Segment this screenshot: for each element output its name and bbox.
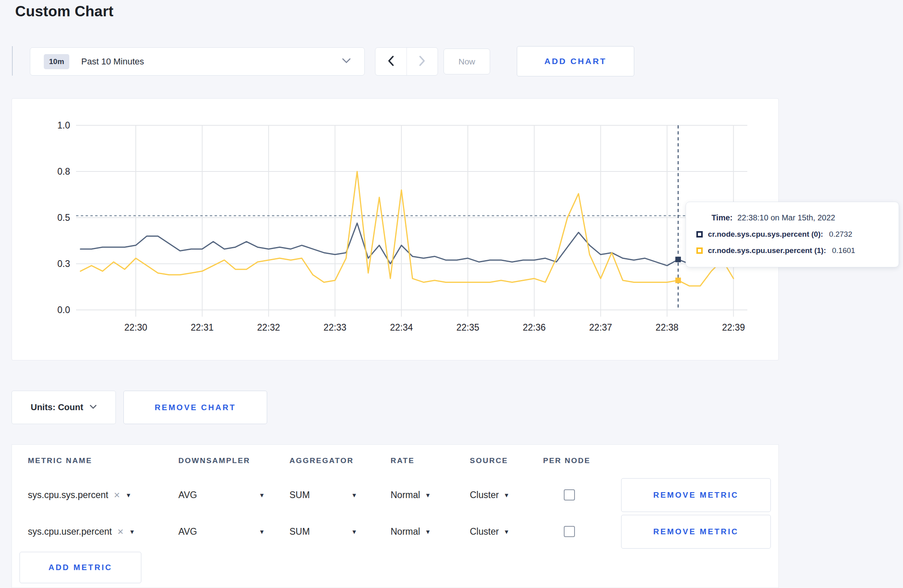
header-per-node: PER NODE [543, 456, 621, 465]
clear-metric-icon[interactable]: × [117, 526, 123, 537]
dropdown-arrow-icon: ▼ [259, 492, 265, 498]
user-series-swatch-icon [696, 247, 703, 254]
svg-text:22:33: 22:33 [324, 322, 347, 333]
svg-text:22:31: 22:31 [191, 322, 214, 333]
svg-text:0.0: 0.0 [57, 305, 70, 315]
next-range-button[interactable] [407, 48, 438, 75]
aggregator-value: SUM [289, 490, 310, 500]
tooltip-series-name: cr.node.sys.cpu.sys.percent (0): [708, 230, 823, 239]
chart-panel: 0.00.30.50.81.022:3022:3122:3222:3322:34… [12, 98, 779, 360]
dropdown-arrow-icon: ▼ [351, 529, 357, 535]
time-range-nav [375, 47, 438, 76]
svg-text:22:35: 22:35 [456, 322, 479, 333]
time-range-label: Past 10 Minutes [81, 56, 144, 67]
chevron-right-icon [419, 56, 425, 68]
now-button[interactable]: Now [444, 49, 490, 74]
dropdown-arrow-icon: ▼ [504, 529, 510, 535]
svg-text:22:36: 22:36 [523, 322, 546, 333]
add-metric-button[interactable]: ADD METRIC [20, 552, 141, 583]
svg-text:22:34: 22:34 [390, 322, 413, 333]
chevron-down-icon [342, 58, 351, 65]
aggregator-value: SUM [289, 526, 310, 537]
metric-name-select[interactable]: sys.cpu.user.percent × ▼ [28, 526, 178, 537]
metric-name-select[interactable]: sys.cpu.sys.percent × ▼ [28, 490, 178, 500]
units-label: Units: Count [31, 402, 83, 413]
tooltip-series-value: 0.2732 [829, 230, 852, 239]
downsampler-value: AVG [178, 490, 197, 500]
units-select[interactable]: Units: Count [12, 391, 116, 424]
downsampler-value: AVG [178, 526, 197, 537]
header-source: SOURCE [470, 456, 543, 465]
chevron-left-icon [388, 56, 394, 68]
header-metric-name: METRIC NAME [28, 456, 178, 465]
rate-select[interactable]: Normal ▼ [391, 490, 470, 500]
remove-metric-button[interactable]: REMOVE METRIC [621, 515, 771, 549]
header-downsampler: DOWNSAMPLER [178, 456, 289, 465]
tooltip-series-row: cr.node.sys.cpu.user.percent (1): 0.1601 [696, 246, 887, 255]
svg-text:22:32: 22:32 [257, 322, 280, 333]
page-title: Custom Chart [15, 3, 113, 20]
svg-text:22:39: 22:39 [722, 322, 745, 333]
remove-metric-button[interactable]: REMOVE METRIC [621, 478, 771, 512]
downsampler-select[interactable]: AVG ▼ [178, 526, 289, 537]
per-node-checkbox[interactable] [564, 489, 575, 500]
dropdown-arrow-icon: ▼ [425, 529, 431, 535]
aggregator-select[interactable]: SUM ▼ [289, 526, 391, 537]
header-aggregator: AGGREGATOR [289, 456, 391, 465]
tooltip-time-value: 22:38:10 on Mar 15th, 2022 [737, 213, 835, 222]
clear-metric-icon[interactable]: × [114, 490, 120, 500]
source-select[interactable]: Cluster ▼ [470, 490, 543, 500]
source-value: Cluster [470, 490, 499, 500]
dropdown-arrow-icon: ▼ [129, 529, 135, 535]
svg-text:22:37: 22:37 [589, 322, 612, 333]
per-node-checkbox[interactable] [564, 526, 575, 537]
dropdown-arrow-icon: ▼ [351, 492, 357, 498]
rate-value: Normal [391, 526, 420, 537]
sys-series-swatch-icon [696, 231, 703, 238]
metrics-table-header: METRIC NAME DOWNSAMPLER AGGREGATOR RATE … [12, 445, 778, 477]
tooltip-series-value: 0.1601 [832, 246, 855, 255]
metric-row: sys.cpu.sys.percent × ▼ AVG ▼ SUM ▼ Norm… [12, 477, 778, 513]
dropdown-arrow-icon: ▼ [259, 529, 265, 535]
header-rate: RATE [391, 456, 470, 465]
metrics-table: METRIC NAME DOWNSAMPLER AGGREGATOR RATE … [12, 444, 779, 588]
metric-name-value: sys.cpu.sys.percent [28, 490, 108, 500]
svg-text:0.8: 0.8 [57, 166, 70, 177]
downsampler-select[interactable]: AVG ▼ [178, 490, 289, 500]
time-range-select[interactable]: 10m Past 10 Minutes [30, 47, 365, 76]
dropdown-arrow-icon: ▼ [425, 492, 431, 498]
svg-text:22:30: 22:30 [124, 322, 147, 333]
tooltip-series-name: cr.node.sys.cpu.user.percent (1): [708, 246, 826, 255]
source-select[interactable]: Cluster ▼ [470, 526, 543, 537]
chevron-down-icon [90, 404, 97, 411]
add-chart-button[interactable]: ADD CHART [517, 46, 634, 76]
source-value: Cluster [470, 526, 499, 537]
remove-chart-button[interactable]: REMOVE CHART [123, 391, 267, 424]
svg-text:0.3: 0.3 [57, 259, 70, 269]
timeseries-chart[interactable]: 0.00.30.50.81.022:3022:3122:3222:3322:34… [12, 99, 779, 361]
metric-row: sys.cpu.user.percent × ▼ AVG ▼ SUM ▼ Nor… [12, 513, 778, 550]
tooltip-time-label: Time: [711, 213, 733, 222]
metric-name-value: sys.cpu.user.percent [28, 526, 112, 537]
dropdown-arrow-icon: ▼ [125, 492, 131, 498]
svg-text:22:38: 22:38 [656, 322, 679, 333]
svg-text:0.5: 0.5 [57, 212, 70, 223]
aggregator-select[interactable]: SUM ▼ [289, 490, 391, 500]
tooltip-series-row: cr.node.sys.cpu.sys.percent (0): 0.2732 [696, 230, 887, 239]
chart-tooltip: Time: 22:38:10 on Mar 15th, 2022 cr.node… [686, 202, 899, 267]
svg-text:1.0: 1.0 [57, 120, 70, 130]
rate-select[interactable]: Normal ▼ [391, 526, 470, 537]
rate-value: Normal [391, 490, 420, 500]
time-range-badge: 10m [44, 54, 69, 69]
dropdown-arrow-icon: ▼ [504, 492, 510, 498]
prev-range-button[interactable] [375, 48, 407, 75]
toolbar-divider [12, 46, 13, 76]
